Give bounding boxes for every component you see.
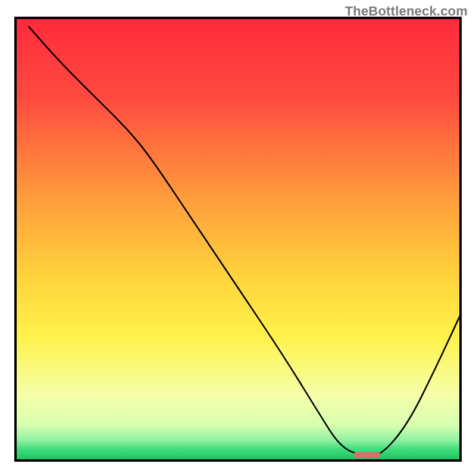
- highlight-bar: [353, 452, 380, 458]
- chart-container: TheBottleneck.com: [0, 0, 476, 476]
- bottleneck-chart: [0, 0, 476, 476]
